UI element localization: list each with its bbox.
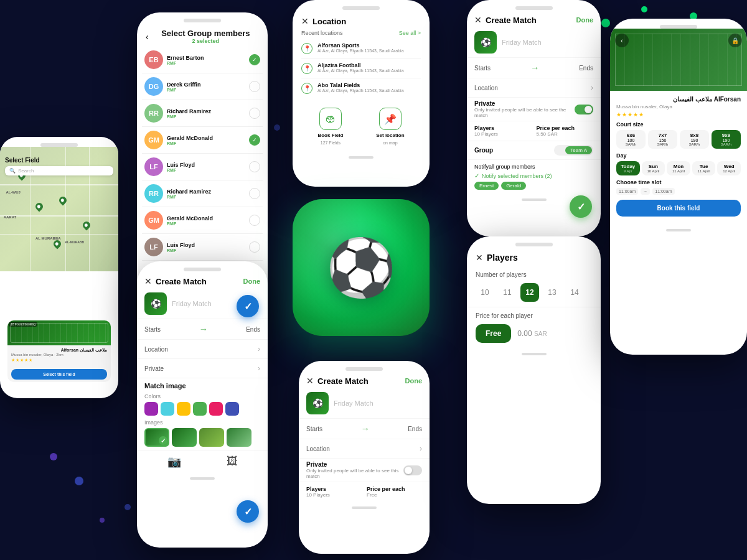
- set-location-button[interactable]: 📌 Set location on map: [376, 108, 404, 145]
- done-button[interactable]: Done: [576, 16, 594, 24]
- count-option[interactable]: 14: [565, 283, 584, 302]
- team-off-option[interactable]: [555, 146, 565, 154]
- list-item[interactable]: EB Ernest BartonRMF ✓: [142, 47, 263, 73]
- day-option[interactable]: Mon 11 April: [667, 161, 690, 175]
- list-item[interactable]: 📍 Alforsan Sports Al Azr, Al Olaya, Riya…: [293, 39, 430, 58]
- confirm-button[interactable]: ✓: [237, 295, 259, 317]
- member-checkbox[interactable]: [249, 241, 260, 253]
- color-swatch[interactable]: [177, 402, 190, 416]
- list-item[interactable]: RR Richard RamirezRMF: [142, 100, 263, 127]
- price-input[interactable]: 0.00 SAR: [517, 329, 547, 338]
- team-a-option[interactable]: Team A: [565, 146, 592, 154]
- day-option[interactable]: Tue 11 April: [692, 161, 716, 175]
- field-detail-image: ‹ 🔒: [610, 29, 747, 91]
- day-option-active[interactable]: Today 9 Apr: [616, 161, 640, 175]
- day-row: Today 9 Apr Sun 10 April Mon 11 April Tu…: [616, 161, 741, 175]
- member-checkbox[interactable]: ✓: [249, 134, 260, 146]
- notify-section: Notifyall group members ✓ Notify selecte…: [467, 159, 601, 194]
- scroll-indicator: [349, 156, 374, 159]
- match-name-input[interactable]: Friday Match: [334, 399, 422, 407]
- member-tag[interactable]: Gerald: [501, 182, 526, 190]
- avatar: EB: [144, 50, 163, 69]
- soccer-ball-icon: ⚽: [326, 235, 396, 301]
- close-button[interactable]: ✕: [144, 276, 152, 286]
- color-swatch[interactable]: [161, 402, 174, 416]
- color-swatch[interactable]: [144, 402, 158, 416]
- private-row[interactable]: Private ›: [137, 358, 268, 378]
- avatar: GM: [144, 211, 163, 230]
- close-button[interactable]: ✕: [474, 15, 482, 25]
- count-option[interactable]: 11: [498, 283, 517, 302]
- day-option[interactable]: Sun 10 April: [642, 161, 665, 175]
- close-button[interactable]: ✕: [306, 376, 314, 386]
- list-item[interactable]: GM Gerald McDonaldRMF: [142, 207, 263, 234]
- list-item[interactable]: 📍 Aljazira Football Al Azr, Al Olaya, Ri…: [293, 58, 430, 78]
- player-count-section: Number of players 10 11 12 13 14: [467, 266, 601, 307]
- free-button[interactable]: Free: [476, 324, 511, 343]
- images-label: Images: [144, 419, 260, 426]
- count-option-active[interactable]: 12: [520, 283, 539, 302]
- book-field-button[interactable]: 🏟 Book Field 127 Fields: [317, 108, 343, 145]
- location-row[interactable]: Location ›: [137, 339, 268, 358]
- court-sizes: 6x6 100 SAR/h 7x7 150 SAR/h 8x8 190 SAR/…: [616, 130, 741, 149]
- private-toggle[interactable]: [575, 105, 593, 114]
- image-thumb[interactable]: [227, 428, 251, 447]
- court-size-option-active[interactable]: 9x9 190 SAR/h: [712, 130, 741, 149]
- color-swatch[interactable]: [209, 402, 223, 416]
- see-all-link[interactable]: See all >: [399, 30, 421, 36]
- member-tag[interactable]: Ernest: [474, 182, 499, 190]
- time-slot[interactable]: 11:00am: [616, 188, 638, 195]
- done-button[interactable]: Done: [405, 377, 423, 385]
- member-checkbox[interactable]: [249, 188, 260, 199]
- member-checkbox[interactable]: [249, 215, 260, 226]
- confirm-button[interactable]: ✓: [237, 500, 259, 523]
- gallery-icon[interactable]: 🖼: [227, 455, 238, 469]
- member-checkbox[interactable]: [249, 161, 260, 172]
- create-match-details-title: Create Match: [486, 16, 573, 25]
- players-header: ✕ Players: [467, 246, 601, 266]
- select-field-button[interactable]: Select this field: [11, 369, 107, 380]
- location-row[interactable]: Location ›: [299, 439, 430, 458]
- image-thumbnails: ✓: [144, 428, 260, 447]
- close-button[interactable]: ✕: [301, 16, 309, 26]
- camera-icon[interactable]: 📷: [167, 455, 181, 469]
- court-size-option[interactable]: 8x8 190 SAR/h: [680, 130, 709, 149]
- color-swatch[interactable]: [193, 402, 207, 416]
- arrow-icon: →: [497, 63, 573, 73]
- member-tags: Ernest Gerald: [474, 182, 593, 190]
- list-item[interactable]: RR Richard RamirezRMF: [142, 180, 263, 207]
- day-option[interactable]: Wed 12 April: [717, 161, 741, 175]
- court-size-option[interactable]: 6x6 100 SAR/h: [616, 130, 646, 149]
- match-name-row: Friday Match: [467, 27, 601, 57]
- member-checkbox[interactable]: [249, 108, 260, 119]
- starts-ends-row: Starts → Ends: [137, 319, 268, 339]
- book-field-button[interactable]: Book this field: [616, 200, 741, 217]
- group-title: Select Group members: [153, 29, 259, 38]
- location-icon: 📍: [301, 43, 312, 54]
- member-checkbox[interactable]: [249, 81, 260, 92]
- image-thumb[interactable]: [199, 428, 224, 447]
- list-item[interactable]: DG Derek GriffinRMF: [142, 73, 263, 100]
- match-name-input[interactable]: Friday Match: [502, 39, 593, 46]
- done-button[interactable]: Done: [243, 278, 261, 285]
- count-option[interactable]: 13: [543, 283, 561, 302]
- back-button[interactable]: ‹: [146, 32, 149, 42]
- location-row[interactable]: Location ›: [467, 78, 601, 97]
- image-thumb[interactable]: ✓: [144, 428, 169, 447]
- image-thumb[interactable]: [172, 428, 197, 447]
- court-size-option[interactable]: 7x7 150 SAR/h: [648, 130, 677, 149]
- count-option[interactable]: 10: [476, 283, 494, 302]
- confirm-button[interactable]: ✓: [570, 195, 592, 218]
- avatar: DG: [144, 77, 163, 96]
- close-button[interactable]: ✕: [476, 253, 483, 263]
- list-item[interactable]: LF Luis FloydRMF: [142, 154, 263, 180]
- back-button[interactable]: ‹: [615, 34, 629, 47]
- member-checkbox[interactable]: ✓: [249, 54, 260, 65]
- search-input[interactable]: 🔍Search: [5, 166, 113, 175]
- list-item[interactable]: GM Gerald McDonaldRMF ✓: [142, 127, 263, 154]
- time-slot[interactable]: 11:00am: [652, 188, 674, 195]
- private-toggle[interactable]: [403, 465, 422, 475]
- color-swatch[interactable]: [225, 402, 239, 416]
- list-item[interactable]: LF Luis FloydRMF: [142, 234, 263, 261]
- list-item[interactable]: 📍 Abo Talal Fields Al Azr, Al Olaya, Riy…: [293, 78, 430, 98]
